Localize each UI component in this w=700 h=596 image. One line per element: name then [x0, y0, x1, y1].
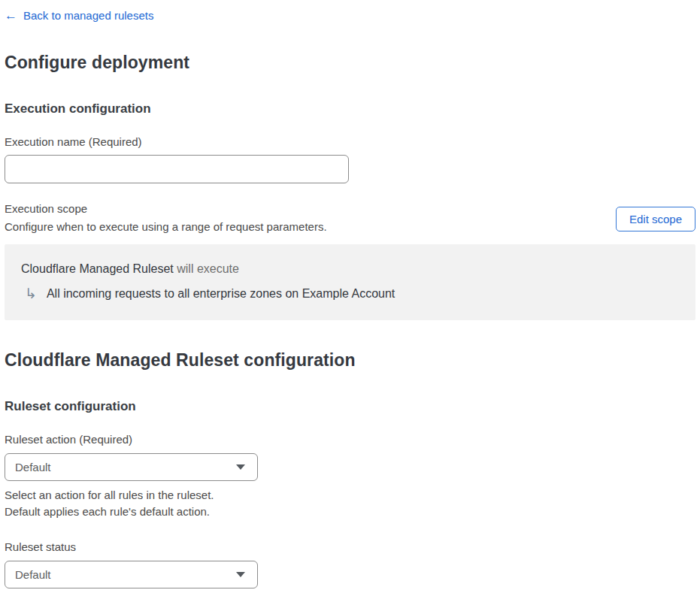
execution-scope-row: Execution scope Configure when to execut… — [5, 202, 695, 233]
ruleset-status-selected-value: Default — [15, 568, 51, 581]
execution-scope-label: Execution scope — [5, 202, 327, 215]
back-link-label: Back to managed rulesets — [23, 9, 153, 22]
ruleset-action-label: Ruleset action (Required) — [5, 433, 695, 446]
hook-arrow-icon: ↳ — [25, 286, 37, 301]
configure-deployment-page: ← Back to managed rulesets Configure dep… — [0, 0, 700, 596]
ruleset-action-selected-value: Default — [15, 461, 51, 473]
execution-scope-text: Execution scope Configure when to execut… — [5, 202, 327, 233]
ruleset-configuration-page-title: Cloudflare Managed Ruleset configuration — [5, 350, 695, 371]
execution-summary-box: Cloudflare Managed Ruleset will execute … — [5, 244, 695, 320]
ruleset-action-select[interactable]: Default — [5, 453, 258, 481]
back-to-managed-rulesets-link[interactable]: ← Back to managed rulesets — [5, 9, 153, 22]
summary-will-execute: will execute — [174, 262, 239, 275]
execution-name-input[interactable] — [5, 155, 349, 183]
execution-scope-description: Configure when to execute using a range … — [5, 220, 327, 233]
execution-summary-line: Cloudflare Managed Ruleset will execute — [21, 262, 679, 276]
ruleset-configuration-heading: Ruleset configuration — [5, 399, 695, 414]
ruleset-status-select[interactable]: Default — [5, 561, 258, 588]
execution-configuration-heading: Execution configuration — [5, 101, 695, 116]
ruleset-action-help-line1: Select an action for all rules in the ru… — [5, 487, 695, 504]
execution-summary-scope-line: ↳ All incoming requests to all enterpris… — [21, 286, 679, 301]
page-title: Configure deployment — [5, 53, 695, 73]
summary-ruleset-name: Cloudflare Managed Ruleset — [21, 262, 174, 275]
summary-scope-sentence: All incoming requests to all enterprise … — [47, 287, 395, 301]
execution-name-label: Execution name (Required) — [5, 135, 695, 148]
edit-scope-button[interactable]: Edit scope — [616, 207, 695, 231]
chevron-down-icon — [236, 464, 245, 470]
chevron-down-icon — [236, 572, 245, 577]
ruleset-action-help-line2: Default applies each rule's default acti… — [5, 504, 695, 520]
ruleset-status-label: Ruleset status — [5, 540, 695, 553]
back-arrow-icon: ← — [5, 9, 17, 22]
